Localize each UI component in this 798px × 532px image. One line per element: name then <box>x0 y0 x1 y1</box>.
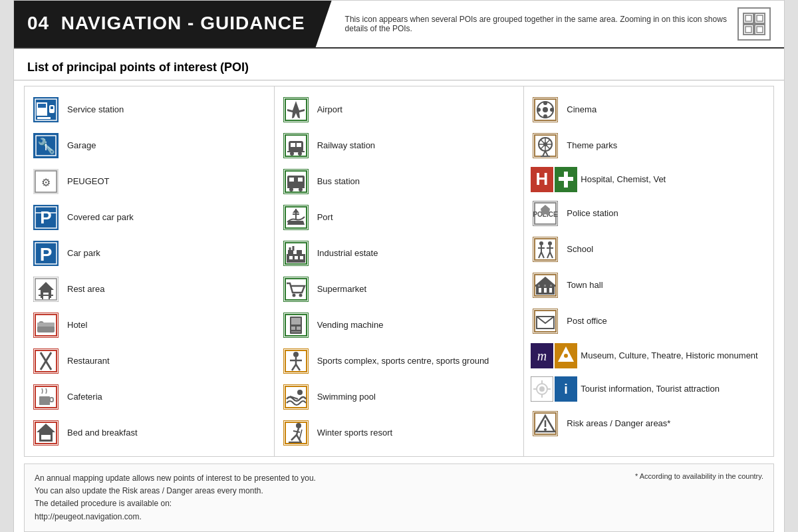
poi-icon-hospital: H <box>531 167 577 192</box>
poi-icon-police: POLICE <box>531 199 560 228</box>
poi-icon-sports <box>281 346 311 376</box>
svg-rect-83 <box>297 250 302 255</box>
poi-label: Covered car park <box>67 212 134 223</box>
svg-rect-14 <box>37 117 51 119</box>
list-item: P Car park <box>28 235 271 271</box>
svg-text:⚙: ⚙ <box>41 177 51 188</box>
list-item: Cinema <box>527 92 770 128</box>
poi-label: Police station <box>567 208 618 219</box>
list-item: Theme parks <box>527 128 770 164</box>
footer-note: * According to availability in the count… <box>622 472 763 523</box>
poi-icon-port <box>281 203 311 232</box>
svg-point-127 <box>550 108 554 112</box>
footer-main-text: An annual mapping update allows new poin… <box>35 472 622 523</box>
svg-text:i: i <box>565 382 569 396</box>
svg-rect-6 <box>745 27 751 33</box>
svg-rect-85 <box>295 256 298 259</box>
poi-label: School <box>567 244 593 255</box>
list-item: POLICE Police station <box>527 196 770 231</box>
poi-icon-supermarket <box>281 275 311 304</box>
svg-rect-82 <box>288 250 293 255</box>
poi-icon-school <box>531 235 560 264</box>
poi-column-2: Airport Railwa <box>275 86 525 456</box>
poi-label: Risk areas / Danger areas* <box>567 418 670 430</box>
poi-icon-museum: m <box>531 343 577 368</box>
svg-rect-70 <box>298 178 303 182</box>
poi-label: Airport <box>317 104 342 116</box>
svg-rect-48 <box>39 396 50 404</box>
poi-label: Port <box>317 212 333 223</box>
svg-text:H: H <box>536 169 549 189</box>
poi-label: Hotel <box>67 320 87 331</box>
header-info-text: This icon appears when several POIs are … <box>345 15 728 33</box>
poi-icon-vending <box>281 311 311 340</box>
footer: An annual mapping update allows new poin… <box>24 464 774 532</box>
poi-icon-garage: 🔧 i <box>31 131 61 160</box>
header-info: This icon appears when several POIs are … <box>332 1 784 47</box>
svg-point-124 <box>543 101 547 105</box>
poi-icon-winter-sports <box>281 418 311 448</box>
list-item: Service station <box>28 92 271 128</box>
svg-rect-11 <box>38 104 46 108</box>
list-item: Swimming pool <box>278 379 521 415</box>
svg-rect-41 <box>37 323 55 327</box>
svg-rect-61 <box>291 143 295 147</box>
poi-label: Industrial estate <box>317 248 378 259</box>
grouped-poi-icon <box>737 7 771 41</box>
poi-icon-town-hall <box>531 271 560 300</box>
svg-point-91 <box>292 294 295 297</box>
svg-rect-143 <box>559 177 573 181</box>
poi-label: Railway station <box>317 140 375 152</box>
svg-point-123 <box>543 107 548 112</box>
list-item: Industrial estate <box>278 235 521 271</box>
svg-point-150 <box>539 241 543 245</box>
poi-label: Town hall <box>567 280 602 291</box>
svg-point-126 <box>537 108 541 112</box>
poi-label: Vending machine <box>317 320 384 331</box>
footer-text-content: An annual mapping update allows new poin… <box>35 472 622 523</box>
svg-point-92 <box>299 294 302 297</box>
list-item: i Tourist information, Tourist attractio… <box>527 372 770 406</box>
chapter-name: NAVIGATION - GUIDANCE <box>61 13 305 33</box>
poi-icon-rest-area <box>31 275 61 304</box>
svg-rect-97 <box>291 327 295 330</box>
list-item: H Hospital, Chemist, Vet <box>527 164 770 196</box>
poi-icon-railway <box>281 131 311 160</box>
poi-icon-car-park: P <box>31 239 61 268</box>
list-item: Restaurant <box>28 343 271 379</box>
poi-icon-hotel <box>31 311 61 340</box>
svg-rect-168 <box>538 285 540 287</box>
list-item: Hotel <box>28 307 271 343</box>
poi-icon-tourist-info: i <box>531 376 577 402</box>
list-item: P Covered car park <box>28 200 271 235</box>
svg-point-102 <box>293 352 299 357</box>
poi-icon-cinema <box>531 95 560 124</box>
list-item: Risk areas / Danger areas* <box>527 406 770 442</box>
poi-label: Garage <box>67 140 96 152</box>
poi-icon-cafeteria <box>31 382 61 412</box>
chapter-title-block: 04 NAVIGATION - GUIDANCE <box>14 1 332 47</box>
svg-rect-4 <box>745 15 751 21</box>
list-item: School <box>527 231 770 267</box>
svg-rect-5 <box>757 15 763 21</box>
poi-label: Sports complex, sports centre, sports gr… <box>317 356 489 367</box>
list-item: ⚙ PEUGEOT <box>28 164 271 200</box>
poi-label: Post office <box>567 316 606 327</box>
svg-rect-99 <box>291 331 301 332</box>
poi-icon-industrial <box>281 239 311 268</box>
list-item: Town hall <box>527 267 770 303</box>
svg-point-155 <box>548 241 552 245</box>
poi-label: Hospital, Chemist, Vet <box>581 174 666 186</box>
page: 04 NAVIGATION - GUIDANCE This icon appea… <box>13 0 785 532</box>
poi-icon-bed-breakfast <box>31 418 61 448</box>
svg-rect-39 <box>37 326 55 332</box>
poi-label: Supermarket <box>317 284 366 295</box>
chapter-number: 04 <box>27 13 49 33</box>
svg-point-109 <box>297 390 303 395</box>
poi-icon-airport <box>281 95 311 124</box>
poi-label: Rest area <box>67 284 104 295</box>
header: 04 NAVIGATION - GUIDANCE This icon appea… <box>14 1 784 49</box>
svg-rect-69 <box>289 178 294 182</box>
poi-label: Bus station <box>317 176 360 188</box>
list-item: Rest area <box>28 271 271 307</box>
